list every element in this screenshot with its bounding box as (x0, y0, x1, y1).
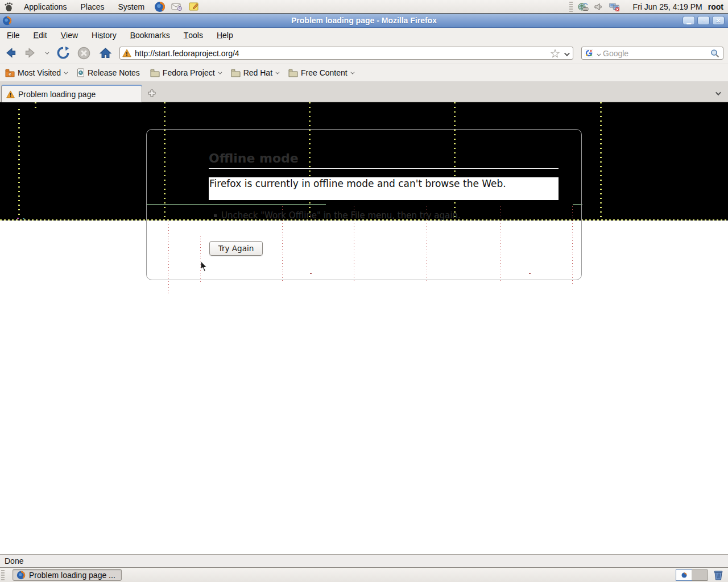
workspace-switcher[interactable] (676, 569, 708, 581)
firefox-launcher-icon[interactable] (154, 1, 166, 13)
tab-label: Problem loading page (18, 90, 96, 99)
menu-bookmarks[interactable]: Bookmarks (123, 28, 177, 42)
close-button[interactable]: ✕ (712, 16, 725, 25)
user-label: root (708, 2, 723, 11)
bookmark-folder-red-hat[interactable]: Red Hat (226, 66, 283, 80)
workspace-2[interactable] (692, 570, 707, 580)
bookmarks-toolbar: Most Visited Release Notes Fedora Projec… (0, 64, 728, 81)
chevron-down-icon (64, 70, 68, 74)
panel-notification-area: Fri Jun 25, 4:19 PM root (569, 0, 728, 14)
taskbar-window-label: Problem loading page ... (29, 571, 115, 580)
maximize-button[interactable]: ▫ (697, 16, 710, 25)
reload-button[interactable] (56, 45, 71, 60)
url-dropdown-button[interactable] (564, 48, 568, 59)
bullet-icon (214, 214, 217, 217)
window-title: Problem loading page - Mozilla Firefox (0, 16, 728, 25)
gnome-top-panel: Applications Places System Fri Jun 25, 4… (0, 0, 728, 14)
url-bar[interactable]: http://start.fedoraproject.org/4 (119, 47, 573, 60)
panel-grip (1, 570, 5, 580)
menu-view[interactable]: View (54, 28, 85, 42)
keyboard-layout-icon[interactable] (577, 2, 589, 12)
forward-button[interactable] (23, 45, 38, 60)
folder-icon (150, 69, 160, 77)
render-artifact (35, 102, 36, 110)
browser-content: Offline mode Firefox is currently in off… (0, 102, 728, 554)
search-input[interactable]: Google (603, 49, 710, 58)
render-artifact (23, 218, 24, 219)
google-engine-icon[interactable] (585, 49, 593, 57)
tab-warning-icon (6, 90, 15, 98)
status-text: Done (5, 556, 23, 566)
window-titlebar[interactable]: Problem loading page - Mozilla Firefox ▁… (0, 14, 728, 28)
chevron-down-icon (275, 70, 279, 74)
list-all-tabs-button[interactable] (711, 87, 723, 99)
bookmark-release-notes[interactable]: Release Notes (72, 66, 145, 80)
email-launcher-icon[interactable] (171, 1, 183, 13)
error-page-divider (209, 168, 559, 169)
url-text[interactable]: http://start.fedoraproject.org/4 (135, 49, 551, 58)
tray-grip (569, 2, 573, 12)
bookmark-folder-free-content[interactable]: Free Content (283, 66, 358, 80)
firefox-icon (16, 571, 26, 580)
workspace-1[interactable] (676, 570, 692, 580)
back-button[interactable] (3, 45, 18, 60)
taskbar-window-button[interactable]: Problem loading page ... (13, 569, 122, 581)
firefox-menubar: File Edit View History Bookmarks Tools H… (0, 28, 728, 42)
bookmark-folder-fedora-project[interactable]: Fedora Project (145, 66, 226, 80)
minimize-button[interactable]: ▁ (682, 16, 695, 25)
new-tab-button[interactable] (146, 87, 158, 99)
menu-applications[interactable]: Applications (17, 0, 74, 14)
mouse-cursor (200, 260, 208, 272)
volume-icon[interactable] (593, 2, 605, 12)
navigation-toolbar: http://start.fedoraproject.org/4 Google (0, 42, 728, 64)
search-engine-dropdown[interactable] (597, 48, 599, 59)
status-bar: Done (0, 554, 728, 567)
menu-history[interactable]: History (85, 28, 123, 42)
menu-system[interactable]: System (111, 0, 152, 14)
tab-bar: Problem loading page (0, 81, 728, 102)
folder-icon (288, 69, 298, 77)
menu-file[interactable]: File (0, 28, 27, 42)
notes-launcher-icon[interactable] (188, 1, 200, 13)
render-artifact (600, 102, 602, 221)
history-folder-icon (5, 69, 15, 77)
menu-help[interactable]: Help (210, 28, 240, 42)
search-bar[interactable]: Google (581, 47, 723, 60)
error-page-description-strip: Firefox is currently in offline mode and… (209, 177, 559, 200)
bookmark-star-icon[interactable] (551, 49, 560, 58)
gnome-bottom-panel: Problem loading page ... (0, 567, 728, 582)
back-forward-dropdown[interactable] (41, 45, 51, 60)
error-page-suggestion: Uncheck "Work Offline" in the File menu,… (214, 210, 461, 221)
folder-icon (231, 69, 241, 77)
menu-places[interactable]: Places (74, 0, 111, 14)
trash-icon[interactable] (712, 569, 725, 581)
network-offline-icon[interactable] (609, 2, 621, 12)
menu-tools[interactable]: Tools (177, 28, 210, 42)
clock[interactable]: Fri Jun 25, 4:19 PM (633, 2, 702, 11)
stop-button[interactable] (76, 45, 91, 60)
tab-problem-loading-page[interactable]: Problem loading page (1, 85, 142, 102)
error-page-description: Firefox is currently in offline mode and… (209, 177, 559, 189)
try-again-button[interactable]: Try Again (209, 241, 263, 256)
gnome-foot-icon[interactable] (3, 1, 14, 13)
chevron-down-icon (218, 70, 222, 74)
render-artifact (18, 109, 20, 217)
error-page-heading: Offline mode (209, 151, 299, 165)
render-artifact (17, 218, 19, 219)
menu-edit[interactable]: Edit (27, 28, 54, 42)
page-warning-favicon (122, 49, 131, 57)
home-button[interactable] (98, 45, 113, 60)
search-go-icon[interactable] (710, 49, 719, 58)
chevron-down-icon (350, 70, 354, 74)
page-icon (77, 68, 85, 77)
bookmark-most-visited[interactable]: Most Visited (0, 66, 72, 80)
